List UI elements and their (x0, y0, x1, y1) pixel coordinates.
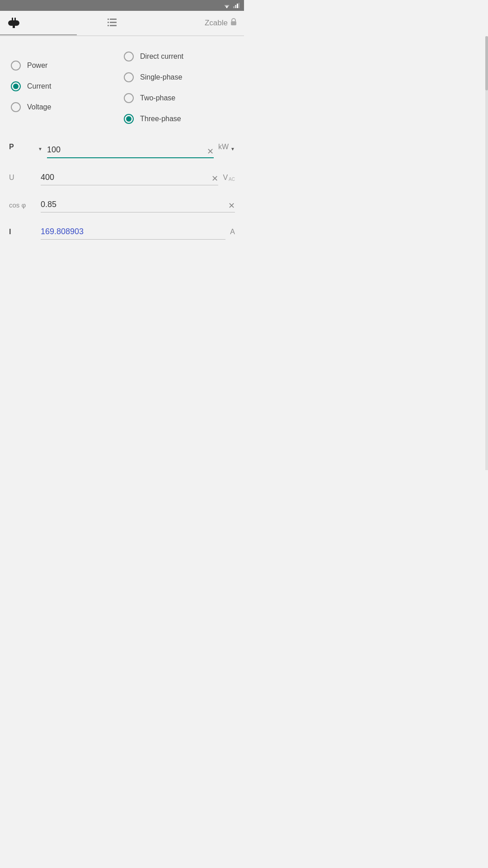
u-unit-label: VAC (223, 174, 235, 185)
p-dropdown-arrow[interactable]: ▼ (38, 146, 42, 151)
radio-power[interactable]: Power (9, 56, 122, 75)
cos-input-wrapper: ✕ (41, 198, 235, 212)
radio-voltage[interactable]: Voltage (9, 98, 122, 117)
u-clear-button[interactable]: ✕ (211, 175, 218, 183)
svg-rect-8 (12, 18, 13, 21)
radio-single[interactable]: Single-phase (122, 68, 235, 87)
svg-rect-12 (108, 22, 109, 23)
app-title-text: Zcable (205, 19, 228, 28)
app-bar-title: Zcable (205, 18, 237, 28)
radio-current[interactable]: Current (9, 77, 122, 96)
p-label: P (9, 143, 36, 155)
radio-three[interactable]: Three-phase (122, 109, 235, 128)
p-label-wrapper[interactable]: P ▼ (9, 143, 42, 158)
form-section: P ▼ ✕ kW ▼ U ✕ VAC cos φ (9, 143, 235, 240)
p-input[interactable] (47, 143, 214, 158)
app-bar: Zcable (0, 11, 244, 36)
wifi-icon (223, 3, 230, 8)
radio-circle-direct (124, 52, 134, 61)
radio-col-left: Power Current Voltage (9, 47, 122, 128)
status-bar (0, 0, 244, 11)
svg-rect-5 (235, 5, 236, 8)
i-unit-label: A (230, 228, 235, 240)
u-label: U (9, 174, 36, 185)
radio-direct[interactable]: Direct current (122, 47, 235, 66)
i-label: I (9, 228, 36, 240)
u-unit-sub: AC (229, 177, 235, 182)
radio-circle-voltage (11, 102, 21, 112)
form-row-i: I A (9, 225, 235, 240)
form-row-u: U ✕ VAC (9, 171, 235, 185)
cos-clear-button[interactable]: ✕ (228, 202, 235, 210)
svg-rect-10 (108, 19, 109, 20)
radio-label-two: Two-phase (140, 94, 175, 102)
list-icon[interactable] (106, 18, 118, 28)
radio-circle-two (124, 93, 134, 103)
radio-two[interactable]: Two-phase (122, 89, 235, 108)
svg-rect-11 (110, 19, 117, 20)
svg-rect-15 (110, 25, 117, 26)
radio-circle-current (11, 81, 21, 91)
svg-rect-4 (233, 6, 235, 8)
p-unit-label: kW (218, 143, 229, 155)
i-input-wrapper (41, 225, 225, 240)
radio-label-direct: Direct current (140, 52, 183, 61)
signal-icon (233, 3, 239, 8)
svg-rect-9 (14, 18, 16, 21)
radio-circle-single (124, 72, 134, 82)
radio-label-power: Power (27, 61, 47, 70)
lock-icon (230, 18, 237, 28)
p-clear-button[interactable]: ✕ (207, 147, 214, 156)
kw-dropdown-arrow[interactable]: ▼ (230, 146, 235, 151)
radio-col-right: Direct current Single-phase Two-phase Th… (122, 47, 235, 128)
radio-circle-power (11, 61, 21, 71)
main-content: Power Current Voltage Direct current Sin… (0, 36, 244, 259)
svg-rect-14 (108, 25, 109, 26)
kw-dropdown[interactable]: kW ▼ (218, 143, 235, 158)
cos-input[interactable] (41, 198, 235, 212)
u-input[interactable] (41, 171, 218, 185)
radio-circle-three (124, 114, 134, 124)
i-result-input[interactable] (41, 225, 225, 240)
form-row-p: P ▼ ✕ kW ▼ (9, 143, 235, 158)
radio-label-voltage: Voltage (27, 103, 51, 111)
svg-rect-16 (231, 21, 236, 25)
radio-groups: Power Current Voltage Direct current Sin… (9, 47, 235, 128)
p-input-wrapper: ✕ (47, 143, 214, 158)
plug-icon[interactable] (7, 17, 20, 29)
cos-label: cos φ (9, 201, 36, 212)
svg-rect-6 (237, 4, 238, 8)
u-input-wrapper: ✕ (41, 171, 218, 185)
radio-label-single: Single-phase (140, 73, 182, 81)
radio-label-current: Current (27, 82, 51, 90)
radio-label-three: Three-phase (140, 115, 181, 123)
svg-rect-13 (110, 22, 117, 23)
svg-rect-7 (239, 3, 239, 8)
form-row-cos: cos φ ✕ (9, 198, 235, 212)
